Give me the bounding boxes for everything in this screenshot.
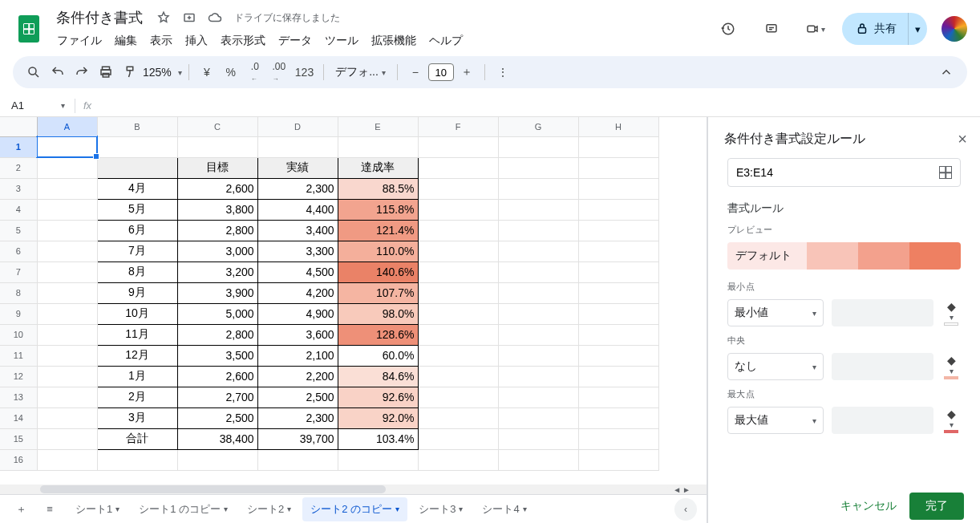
decrease-decimal-button[interactable]: .0← bbox=[244, 61, 266, 83]
menu-挿入[interactable]: 挿入 bbox=[180, 30, 213, 51]
cell-A3[interactable] bbox=[37, 178, 97, 199]
cell-E13[interactable]: 92.6% bbox=[338, 387, 418, 407]
cell-B11[interactable]: 12月 bbox=[97, 345, 177, 366]
cell-E16[interactable] bbox=[338, 449, 418, 470]
cell-C16[interactable] bbox=[177, 449, 257, 470]
menu-拡張機能[interactable]: 拡張機能 bbox=[366, 30, 422, 51]
cell-B3[interactable]: 4月 bbox=[97, 178, 177, 199]
more-formats-button[interactable]: 123 bbox=[292, 61, 317, 83]
select-range-icon[interactable] bbox=[939, 166, 952, 179]
sheet-tab[interactable]: シート1▾ bbox=[67, 497, 128, 521]
row-header-10[interactable]: 10 bbox=[0, 324, 37, 345]
row-header-9[interactable]: 9 bbox=[0, 303, 37, 324]
cell-F6[interactable] bbox=[418, 241, 498, 262]
cell-F16[interactable] bbox=[418, 449, 498, 470]
move-icon[interactable] bbox=[180, 8, 199, 27]
cell-A16[interactable] bbox=[37, 449, 97, 470]
cell-D3[interactable]: 2,300 bbox=[257, 178, 338, 199]
cell-D4[interactable]: 4,400 bbox=[257, 199, 338, 220]
undo-button[interactable] bbox=[47, 61, 69, 83]
cell-F1[interactable] bbox=[418, 136, 498, 157]
cell-D11[interactable]: 2,100 bbox=[257, 345, 338, 366]
cell-G15[interactable] bbox=[498, 428, 578, 449]
all-sheets-button[interactable]: ≡ bbox=[38, 498, 61, 521]
done-button[interactable]: 完了 bbox=[909, 493, 964, 520]
cell-H9[interactable] bbox=[578, 303, 658, 324]
cell-E7[interactable]: 140.6% bbox=[338, 262, 418, 282]
cell-E10[interactable]: 128.6% bbox=[338, 324, 418, 345]
menu-編集[interactable]: 編集 bbox=[109, 30, 143, 51]
percent-button[interactable]: % bbox=[220, 61, 242, 83]
menu-表示[interactable]: 表示 bbox=[144, 30, 178, 51]
horizontal-scrollbar[interactable]: ◄► bbox=[0, 484, 707, 494]
cell-C2[interactable]: 目標 bbox=[177, 157, 257, 178]
cell-D10[interactable]: 3,600 bbox=[257, 324, 338, 345]
cell-E8[interactable]: 107.7% bbox=[338, 282, 418, 303]
cell-C5[interactable]: 2,800 bbox=[177, 220, 257, 241]
cell-C13[interactable]: 2,700 bbox=[177, 387, 257, 407]
cell-G14[interactable] bbox=[498, 407, 578, 428]
cell-F7[interactable] bbox=[418, 262, 498, 282]
cell-H8[interactable] bbox=[578, 282, 658, 303]
cell-E6[interactable]: 110.0% bbox=[338, 241, 418, 262]
cell-F11[interactable] bbox=[418, 345, 498, 366]
row-header-11[interactable]: 11 bbox=[0, 345, 37, 366]
cell-B5[interactable]: 6月 bbox=[97, 220, 177, 241]
cell-A9[interactable] bbox=[37, 303, 97, 324]
cell-G1[interactable] bbox=[498, 136, 578, 157]
cell-E2[interactable]: 達成率 bbox=[338, 157, 418, 178]
cell-G2[interactable] bbox=[498, 157, 578, 178]
history-icon[interactable] bbox=[712, 13, 744, 45]
cell-G4[interactable] bbox=[498, 199, 578, 220]
cell-F3[interactable] bbox=[418, 178, 498, 199]
cell-F13[interactable] bbox=[418, 387, 498, 407]
menu-データ[interactable]: データ bbox=[273, 30, 318, 51]
col-header-D[interactable]: D bbox=[257, 117, 338, 136]
add-sheet-button[interactable]: ＋ bbox=[10, 498, 32, 521]
cell-D6[interactable]: 3,300 bbox=[257, 241, 338, 262]
cell-F5[interactable] bbox=[418, 220, 498, 241]
sheet-tab[interactable]: シート4▾ bbox=[474, 497, 534, 521]
cancel-button[interactable]: キャンセル bbox=[837, 493, 900, 520]
cell-C8[interactable]: 3,900 bbox=[177, 282, 257, 303]
menu-ファイル[interactable]: ファイル bbox=[51, 30, 107, 51]
cell-G6[interactable] bbox=[498, 241, 578, 262]
comments-icon[interactable] bbox=[755, 13, 788, 45]
cell-A8[interactable] bbox=[37, 282, 97, 303]
cell-H5[interactable] bbox=[578, 220, 658, 241]
paint-format-button[interactable] bbox=[119, 61, 141, 83]
minpoint-select[interactable]: 最小値▾ bbox=[727, 299, 824, 326]
cell-D15[interactable]: 39,700 bbox=[257, 428, 338, 449]
cell-C6[interactable]: 3,000 bbox=[177, 241, 257, 262]
midpoint-color[interactable]: ◆▾ bbox=[942, 354, 961, 379]
minpoint-value[interactable] bbox=[832, 299, 933, 326]
cell-C1[interactable] bbox=[177, 136, 257, 157]
cell-F2[interactable] bbox=[418, 157, 498, 178]
cell-E9[interactable]: 98.0% bbox=[338, 303, 418, 324]
cell-A4[interactable] bbox=[37, 199, 97, 220]
cell-C10[interactable]: 2,800 bbox=[177, 324, 257, 345]
more-toolbar-button[interactable]: ⋮ bbox=[492, 61, 514, 83]
cell-G12[interactable] bbox=[498, 366, 578, 387]
cell-E14[interactable]: 92.0% bbox=[338, 407, 418, 428]
cell-A5[interactable] bbox=[37, 220, 97, 241]
maxpoint-value[interactable] bbox=[832, 407, 933, 434]
cell-E11[interactable]: 60.0% bbox=[338, 345, 418, 366]
cell-H6[interactable] bbox=[578, 241, 658, 262]
col-header-A[interactable]: A bbox=[37, 117, 97, 136]
cell-D13[interactable]: 2,500 bbox=[257, 387, 338, 407]
maxpoint-color[interactable]: ◆▾ bbox=[942, 407, 961, 433]
col-header-C[interactable]: C bbox=[177, 117, 257, 136]
row-header-7[interactable]: 7 bbox=[0, 262, 37, 282]
zoom-select[interactable]: 125%▾ bbox=[143, 66, 182, 79]
row-header-8[interactable]: 8 bbox=[0, 282, 37, 303]
menu-ヘルプ[interactable]: ヘルプ bbox=[423, 30, 468, 51]
col-header-G[interactable]: G bbox=[498, 117, 578, 136]
midpoint-select[interactable]: なし▾ bbox=[727, 353, 824, 380]
cell-F10[interactable] bbox=[418, 324, 498, 345]
name-box[interactable]: A1 bbox=[6, 98, 56, 113]
cell-C4[interactable]: 3,800 bbox=[177, 199, 257, 220]
cell-E12[interactable]: 84.6% bbox=[338, 366, 418, 387]
row-header-5[interactable]: 5 bbox=[0, 220, 37, 241]
cell-F8[interactable] bbox=[418, 282, 498, 303]
